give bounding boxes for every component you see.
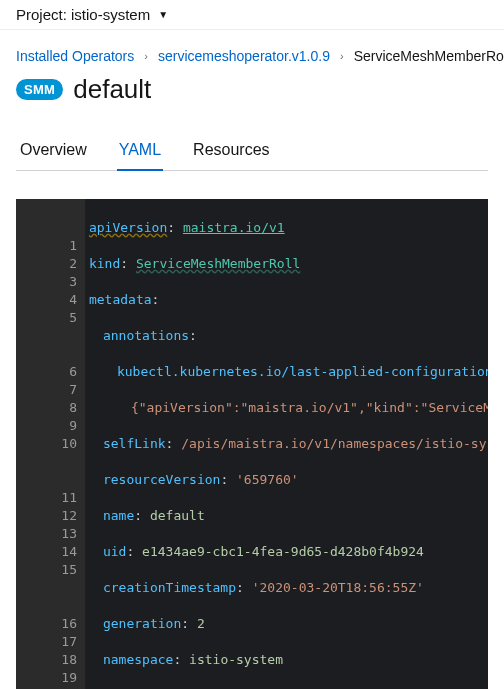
project-selector[interactable]: Project: istio-system ▼ <box>0 0 504 30</box>
page-title: default <box>73 74 151 105</box>
breadcrumb: Installed Operators › servicemeshoperato… <box>16 48 488 64</box>
tab-resources[interactable]: Resources <box>191 133 271 171</box>
breadcrumb-operator-version[interactable]: servicemeshoperator.v1.0.9 <box>158 48 330 64</box>
yaml-key: annotations <box>103 328 189 343</box>
tab-bar: Overview YAML Resources <box>16 133 488 171</box>
yaml-value: {"apiVersion":"maistra.io/v1","kind":"Se… <box>131 400 488 415</box>
yaml-key: creationTimestamp <box>103 580 236 595</box>
chevron-right-icon: › <box>144 50 148 62</box>
yaml-key: resourceVersion <box>103 472 220 487</box>
yaml-value: '659760' <box>236 472 299 487</box>
page-title-row: SMM default <box>16 74 488 105</box>
yaml-value: default <box>150 508 205 523</box>
yaml-key: apiVersion <box>89 220 167 235</box>
yaml-key: kubectl.kubernetes.io/last-applied-confi… <box>117 364 488 379</box>
yaml-key: selfLink <box>103 436 166 451</box>
yaml-value: istio-system <box>189 652 283 667</box>
yaml-value: maistra.io/v1 <box>183 220 285 235</box>
resource-badge: SMM <box>16 79 63 100</box>
yaml-key: name <box>103 508 134 523</box>
yaml-value: /apis/maistra.io/v1/namespaces/istio-sys… <box>181 436 488 451</box>
yaml-key: uid <box>103 544 126 559</box>
tab-yaml[interactable]: YAML <box>117 133 163 171</box>
project-label: Project: istio-system <box>16 6 150 23</box>
yaml-key: kind <box>89 256 120 271</box>
yaml-value: ServiceMeshMemberRoll <box>136 256 300 271</box>
breadcrumb-current: ServiceMeshMemberRoll <box>354 48 504 64</box>
breadcrumb-installed-operators[interactable]: Installed Operators <box>16 48 134 64</box>
yaml-key: metadata <box>89 292 152 307</box>
chevron-right-icon: › <box>340 50 344 62</box>
yaml-key: generation <box>103 616 181 631</box>
yaml-value: '2020-03-20T18:56:55Z' <box>252 580 424 595</box>
yaml-editor[interactable]: 12345 678910 1112131415 1617181920 21222… <box>16 199 488 689</box>
code-body[interactable]: apiVersion: maistra.io/v1 kind: ServiceM… <box>85 199 488 689</box>
tab-overview[interactable]: Overview <box>18 133 89 171</box>
chevron-down-icon: ▼ <box>158 9 168 20</box>
yaml-value: 2 <box>197 616 205 631</box>
yaml-key: namespace <box>103 652 173 667</box>
yaml-value: e1434ae9-cbc1-4fea-9d65-d428b0f4b924 <box>142 544 424 559</box>
line-gutter: 12345 678910 1112131415 1617181920 21222… <box>16 199 85 689</box>
